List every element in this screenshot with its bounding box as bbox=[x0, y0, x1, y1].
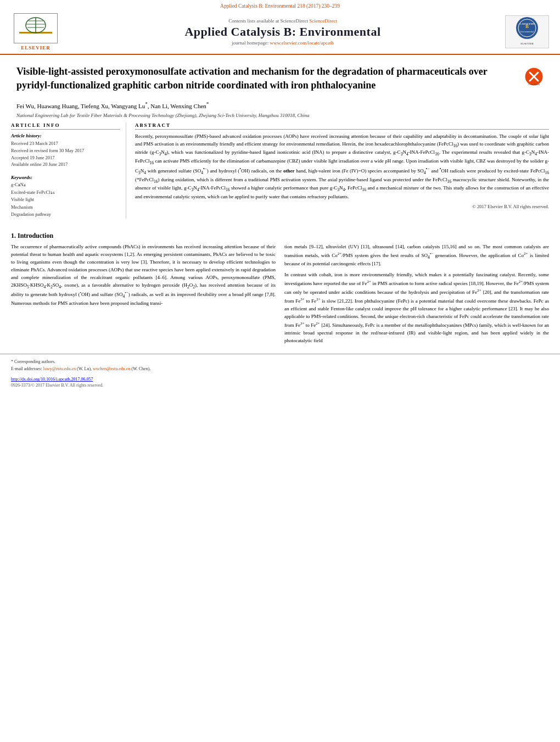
homepage-line: journal homepage: www.elsevier.com/locat… bbox=[60, 40, 505, 46]
svg-text:CrossMark: CrossMark bbox=[528, 83, 540, 86]
elsevier-text: ELSEVIER bbox=[21, 45, 51, 51]
journal-header: ELSEVIER Contents lists available at Sci… bbox=[0, 11, 560, 55]
keyword-5: Degradation pathway bbox=[11, 211, 120, 219]
main-body: 1. Introduction The occurrence of pharma… bbox=[0, 219, 560, 348]
elsevier-logo-image bbox=[14, 13, 58, 43]
sciencedirect-link[interactable]: ScienceDirect bbox=[309, 18, 337, 24]
catalysis-logo: CATALYSIS B Environmental ELSEVIER bbox=[505, 15, 549, 48]
svg-text:Environmental: Environmental bbox=[520, 30, 534, 33]
accepted-date: Accepted 19 June 2017 bbox=[11, 154, 120, 161]
intro-right-para1: tion metals [9–12], ultraviolet (UV) [13… bbox=[284, 243, 549, 268]
footnotes-area: * Corresponding authors. E-mail addresse… bbox=[0, 354, 560, 375]
right-column: ABSTRACT Recently, peroxymonosulfate (PM… bbox=[135, 122, 549, 219]
introduction-heading: 1. Introduction bbox=[11, 232, 549, 240]
keyword-3: Visible light bbox=[11, 196, 120, 204]
keyword-2: Excited-state FePcCl₁₆ bbox=[11, 189, 120, 197]
email-line: E-mail addresses: luwy@zstu.edu.cn (W. L… bbox=[11, 366, 549, 373]
email-link-lu[interactable]: luwy@zstu.edu.cn bbox=[43, 366, 76, 371]
svg-text:ELSEVIER: ELSEVIER bbox=[520, 42, 534, 45]
left-column: ARTICLE INFO Article history: Received 2… bbox=[11, 122, 126, 219]
journal-title: Applied Catalysis B: Environmental bbox=[60, 25, 505, 39]
received-date: Received 23 March 2017 bbox=[11, 140, 120, 147]
keyword-4: Mechanism bbox=[11, 204, 120, 211]
abstract-label: ABSTRACT bbox=[135, 122, 549, 130]
keywords-section: Keywords: g-C₃N₄ Excited-state FePcCl₁₆ … bbox=[11, 175, 120, 219]
doi-line: http://dx.doi.org/10.1016/j.apcatb.2017.… bbox=[0, 375, 560, 383]
doi-link[interactable]: http://dx.doi.org/10.1016/j.apcatb.2017.… bbox=[11, 377, 93, 382]
issn-line: 0926-3373/© 2017 Elsevier B.V. All right… bbox=[0, 383, 560, 392]
affiliation-line: National Engineering Lab for Textile Fib… bbox=[0, 111, 560, 122]
authors-line: Fei Wu, Huawang Huang, Tiefeng Xu, Wangy… bbox=[0, 98, 560, 111]
abstract-text: Recently, peroxymonosulfate (PMS)-based … bbox=[135, 133, 549, 200]
article-history-label: Article history: bbox=[11, 133, 120, 138]
svg-text:B: B bbox=[525, 24, 529, 29]
contents-line: Contents lists available at ScienceDirec… bbox=[60, 18, 505, 24]
intro-left-para1: The occurrence of pharmaceutically activ… bbox=[11, 243, 276, 307]
corresponding-label: * Corresponding authors. bbox=[11, 359, 549, 366]
elsevier-logo: ELSEVIER bbox=[11, 13, 60, 51]
keyword-1: g-C₃N₄ bbox=[11, 181, 120, 189]
journal-citation: Applied Catalysis B: Environmental 218 (… bbox=[220, 3, 340, 9]
paper-title: Visible-light-assisted peroxymonosulfate… bbox=[16, 65, 524, 92]
abstract-copyright: © 2017 Elsevier B.V. All rights reserved… bbox=[135, 204, 549, 209]
available-date: Available online 20 June 2017 bbox=[11, 161, 120, 168]
crossmark-logo: CrossMark bbox=[524, 67, 544, 86]
intro-right-para2: In contrast with cobalt, iron is more en… bbox=[284, 271, 549, 344]
keywords-label: Keywords: bbox=[11, 175, 120, 180]
article-info-label: ARTICLE INFO bbox=[11, 122, 120, 130]
paper-header: Visible-light-assisted peroxymonosulfate… bbox=[0, 55, 560, 98]
body-right: tion metals [9–12], ultraviolet (UV) [13… bbox=[284, 243, 549, 348]
article-info-abstract: ARTICLE INFO Article history: Received 2… bbox=[0, 122, 560, 219]
article-info-section: ARTICLE INFO Article history: Received 2… bbox=[11, 122, 120, 168]
received-revised-date: Received in revised form 30 May 2017 bbox=[11, 147, 120, 154]
homepage-link[interactable]: www.elsevier.com/locate/apcatb bbox=[270, 40, 334, 46]
journal-center: Contents lists available at ScienceDirec… bbox=[60, 18, 505, 46]
email-link-chen[interactable]: wxchen@zstu.edu.cn bbox=[93, 366, 130, 371]
body-left: The occurrence of pharmaceutically activ… bbox=[11, 243, 276, 348]
introduction-two-col: The occurrence of pharmaceutically activ… bbox=[11, 243, 549, 348]
journal-citation-bar: Applied Catalysis B: Environmental 218 (… bbox=[0, 0, 560, 11]
